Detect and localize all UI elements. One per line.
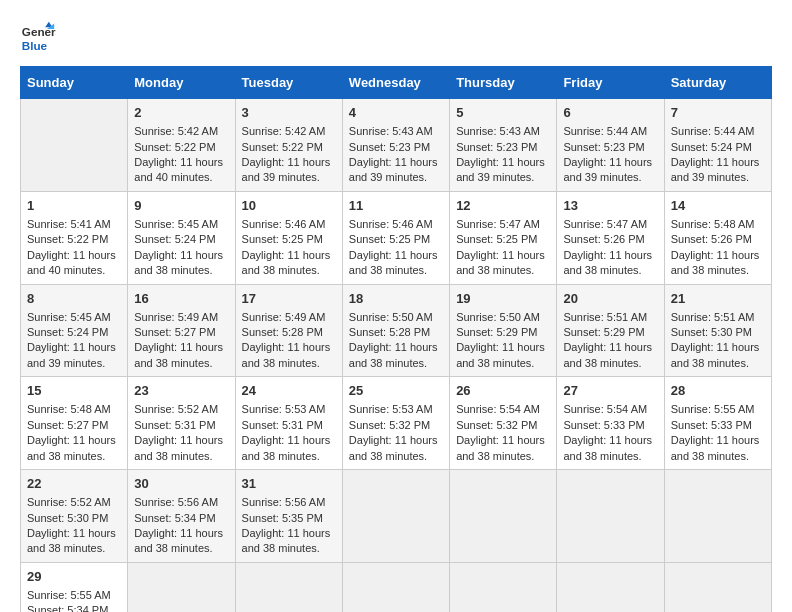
day-info: Sunset: 5:29 PM <box>563 325 657 340</box>
calendar-cell: 25Sunrise: 5:53 AMSunset: 5:32 PMDayligh… <box>342 377 449 470</box>
day-number: 21 <box>671 290 765 308</box>
day-info: and 39 minutes. <box>563 170 657 185</box>
day-number: 26 <box>456 382 550 400</box>
day-info: and 38 minutes. <box>671 356 765 371</box>
day-info: Daylight: 11 hours <box>134 340 228 355</box>
calendar-cell <box>342 470 449 563</box>
day-info: Daylight: 11 hours <box>134 155 228 170</box>
day-info: Sunset: 5:24 PM <box>671 140 765 155</box>
day-info: Sunset: 5:25 PM <box>242 232 336 247</box>
day-info: Daylight: 11 hours <box>242 340 336 355</box>
day-info: Daylight: 11 hours <box>242 433 336 448</box>
day-info: Sunrise: 5:53 AM <box>242 402 336 417</box>
calendar-cell: 10Sunrise: 5:46 AMSunset: 5:25 PMDayligh… <box>235 191 342 284</box>
calendar-cell: 12Sunrise: 5:47 AMSunset: 5:25 PMDayligh… <box>450 191 557 284</box>
day-info: Sunset: 5:22 PM <box>134 140 228 155</box>
day-info: Daylight: 11 hours <box>671 340 765 355</box>
day-number: 6 <box>563 104 657 122</box>
day-number: 23 <box>134 382 228 400</box>
day-info: Sunset: 5:24 PM <box>27 325 121 340</box>
day-info: Daylight: 11 hours <box>27 248 121 263</box>
calendar-cell: 24Sunrise: 5:53 AMSunset: 5:31 PMDayligh… <box>235 377 342 470</box>
calendar-cell: 4Sunrise: 5:43 AMSunset: 5:23 PMDaylight… <box>342 99 449 192</box>
calendar-cell <box>342 562 449 612</box>
day-number: 2 <box>134 104 228 122</box>
day-info: and 39 minutes. <box>27 356 121 371</box>
calendar-cell <box>664 562 771 612</box>
calendar-header-row: SundayMondayTuesdayWednesdayThursdayFrid… <box>21 67 772 99</box>
day-info: Daylight: 11 hours <box>242 248 336 263</box>
day-info: Sunrise: 5:44 AM <box>671 124 765 139</box>
day-info: Sunset: 5:25 PM <box>349 232 443 247</box>
day-info: and 39 minutes. <box>349 170 443 185</box>
day-info: Daylight: 11 hours <box>563 433 657 448</box>
day-info: Daylight: 11 hours <box>349 248 443 263</box>
day-info: Daylight: 11 hours <box>134 526 228 541</box>
day-info: Sunrise: 5:52 AM <box>134 402 228 417</box>
calendar-cell: 17Sunrise: 5:49 AMSunset: 5:28 PMDayligh… <box>235 284 342 377</box>
calendar-week-row: 22Sunrise: 5:52 AMSunset: 5:30 PMDayligh… <box>21 470 772 563</box>
calendar-cell: 20Sunrise: 5:51 AMSunset: 5:29 PMDayligh… <box>557 284 664 377</box>
day-info: Sunrise: 5:54 AM <box>456 402 550 417</box>
calendar-cell <box>450 470 557 563</box>
calendar-cell <box>557 562 664 612</box>
day-info: Sunset: 5:26 PM <box>563 232 657 247</box>
day-number: 25 <box>349 382 443 400</box>
day-info: Sunset: 5:32 PM <box>456 418 550 433</box>
day-info: Daylight: 11 hours <box>671 248 765 263</box>
day-info: and 38 minutes. <box>349 449 443 464</box>
calendar-cell: 2Sunrise: 5:42 AMSunset: 5:22 PMDaylight… <box>128 99 235 192</box>
calendar-cell <box>235 562 342 612</box>
calendar-cell: 5Sunrise: 5:43 AMSunset: 5:23 PMDaylight… <box>450 99 557 192</box>
day-info: Daylight: 11 hours <box>671 433 765 448</box>
day-number: 13 <box>563 197 657 215</box>
calendar-cell: 28Sunrise: 5:55 AMSunset: 5:33 PMDayligh… <box>664 377 771 470</box>
day-info: Sunset: 5:33 PM <box>671 418 765 433</box>
day-info: Daylight: 11 hours <box>134 433 228 448</box>
calendar-cell: 18Sunrise: 5:50 AMSunset: 5:28 PMDayligh… <box>342 284 449 377</box>
day-info: Sunrise: 5:42 AM <box>242 124 336 139</box>
day-number: 3 <box>242 104 336 122</box>
day-number: 10 <box>242 197 336 215</box>
day-info: Sunset: 5:24 PM <box>134 232 228 247</box>
day-info: Sunset: 5:23 PM <box>456 140 550 155</box>
day-info: Sunset: 5:30 PM <box>671 325 765 340</box>
day-info: and 38 minutes. <box>242 541 336 556</box>
day-number: 18 <box>349 290 443 308</box>
weekday-header: Friday <box>557 67 664 99</box>
day-info: Sunset: 5:25 PM <box>456 232 550 247</box>
day-info: Daylight: 11 hours <box>456 340 550 355</box>
day-number: 4 <box>349 104 443 122</box>
day-info: Sunset: 5:32 PM <box>349 418 443 433</box>
day-number: 14 <box>671 197 765 215</box>
day-number: 24 <box>242 382 336 400</box>
calendar-week-row: 1Sunrise: 5:41 AMSunset: 5:22 PMDaylight… <box>21 191 772 284</box>
day-info: and 38 minutes. <box>242 263 336 278</box>
day-info: and 38 minutes. <box>242 449 336 464</box>
day-info: Sunrise: 5:52 AM <box>27 495 121 510</box>
day-info: Sunset: 5:27 PM <box>134 325 228 340</box>
day-info: Sunrise: 5:47 AM <box>456 217 550 232</box>
day-info: and 40 minutes. <box>27 263 121 278</box>
day-number: 29 <box>27 568 121 586</box>
calendar-cell: 3Sunrise: 5:42 AMSunset: 5:22 PMDaylight… <box>235 99 342 192</box>
calendar-cell: 21Sunrise: 5:51 AMSunset: 5:30 PMDayligh… <box>664 284 771 377</box>
day-number: 22 <box>27 475 121 493</box>
day-info: and 38 minutes. <box>27 541 121 556</box>
weekday-header: Saturday <box>664 67 771 99</box>
calendar-cell: 31Sunrise: 5:56 AMSunset: 5:35 PMDayligh… <box>235 470 342 563</box>
calendar-table: SundayMondayTuesdayWednesdayThursdayFrid… <box>20 66 772 612</box>
calendar-cell: 13Sunrise: 5:47 AMSunset: 5:26 PMDayligh… <box>557 191 664 284</box>
day-number: 11 <box>349 197 443 215</box>
calendar-cell: 7Sunrise: 5:44 AMSunset: 5:24 PMDaylight… <box>664 99 771 192</box>
day-info: Sunrise: 5:49 AM <box>242 310 336 325</box>
logo: General Blue <box>20 20 56 56</box>
day-number: 16 <box>134 290 228 308</box>
day-number: 27 <box>563 382 657 400</box>
day-info: Sunset: 5:29 PM <box>456 325 550 340</box>
day-info: and 38 minutes. <box>456 263 550 278</box>
day-info: Sunset: 5:22 PM <box>242 140 336 155</box>
day-info: and 38 minutes. <box>349 263 443 278</box>
svg-text:Blue: Blue <box>22 39 48 52</box>
calendar-cell: 22Sunrise: 5:52 AMSunset: 5:30 PMDayligh… <box>21 470 128 563</box>
